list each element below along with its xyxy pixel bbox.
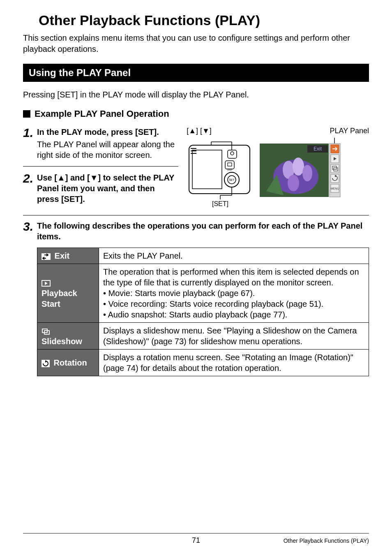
svg-rect-7 xyxy=(225,161,234,169)
playback-label-line1: Playback xyxy=(42,289,77,298)
subhead-text: Example PLAY Panel Operation xyxy=(35,109,169,119)
play-panel-table: Exit Exits the PLAY Panel. Playback Star… xyxy=(37,248,369,376)
playback-label-line2: Start xyxy=(42,299,60,308)
playback-icon xyxy=(42,280,51,287)
exit-desc: Exits the PLAY Panel. xyxy=(99,248,369,264)
rotation-desc: Displays a rotation menu screen. See "Ro… xyxy=(99,350,369,376)
step-3: 3. The following describes the operation… xyxy=(23,220,369,242)
svg-text:DISP: DISP xyxy=(227,169,232,171)
page-number: 71 xyxy=(192,536,200,545)
step-2: 2. Use [▲] and [▼] to select the PLAY Pa… xyxy=(23,172,178,204)
step-1-title: In the PLAY mode, press [SET]. xyxy=(37,127,178,137)
playback-bullet-3: • Audio snapshot: Starts audio playback … xyxy=(103,309,364,320)
step-3-number: 3. xyxy=(23,220,37,242)
slideshow-cell-label: Slideshow xyxy=(37,323,99,350)
exit-label-text: Exit xyxy=(55,251,70,260)
svg-point-24 xyxy=(302,165,312,181)
play-panel-label: PLAY Panel xyxy=(330,127,369,135)
set-button-label: [SET] xyxy=(212,200,228,207)
svg-text:SET: SET xyxy=(229,178,235,181)
slideshow-icon xyxy=(42,328,51,335)
step-1-number: 1. xyxy=(23,127,37,160)
slideshow-desc: Displays a slideshow menu. See "Playing … xyxy=(99,323,369,350)
svg-rect-0 xyxy=(189,145,250,194)
playback-desc-intro: The operation that is performed when thi… xyxy=(103,267,359,287)
intro-text: This section explains menu items that yo… xyxy=(23,32,369,55)
page-footer: 71 Other Playback Functions (PLAY) xyxy=(23,533,369,545)
arrows-label: [▲] [▼] xyxy=(187,127,212,135)
footer-rule xyxy=(23,533,369,534)
table-row: Slideshow Displays a slideshow menu. See… xyxy=(37,323,369,350)
svg-rect-5 xyxy=(228,150,237,158)
rotation-cell-label: Rotation xyxy=(37,350,99,376)
step-1-desc: The PLAY Panel will appear along the rig… xyxy=(37,139,178,160)
rotation-icon xyxy=(42,360,50,367)
svg-marker-40 xyxy=(45,282,48,285)
svg-text:MENU: MENU xyxy=(331,187,339,190)
svg-rect-38 xyxy=(42,253,51,260)
subhead-bullet-icon xyxy=(23,110,30,118)
table-row: Playback Start The operation that is per… xyxy=(37,264,369,323)
svg-rect-8 xyxy=(228,163,232,166)
slideshow-label-text: Slideshow xyxy=(42,337,82,346)
screen-preview: Exit M xyxy=(259,138,341,201)
camera-diagram: DISP SET [SET] xyxy=(187,138,252,209)
step-2-title: Use [▲] and [▼] to select the PLAY Panel… xyxy=(37,172,178,204)
rotation-label-text: Rotation xyxy=(54,358,87,367)
playback-cell-label: Playback Start xyxy=(37,264,99,323)
table-row: Rotation Displays a rotation menu screen… xyxy=(37,350,369,376)
step-2-number: 2. xyxy=(23,172,37,204)
exit-icon xyxy=(42,253,51,260)
section-intro-text: Pressing [SET] in the PLAY mode will dis… xyxy=(23,90,369,100)
exit-cell-label: Exit xyxy=(37,248,99,264)
svg-point-25 xyxy=(288,175,299,191)
table-row: Exit Exits the PLAY Panel. xyxy=(37,248,369,264)
svg-point-23 xyxy=(293,157,304,176)
section-heading: Using the PLAY Panel xyxy=(23,64,369,82)
step-divider-full xyxy=(23,215,369,215)
step-3-title: The following describes the operations y… xyxy=(37,220,369,242)
playback-bullet-1: • Movie: Starts movie playback (page 67)… xyxy=(103,288,364,299)
playback-bullet-2: • Voice recording: Starts voice recordin… xyxy=(103,299,364,309)
playback-desc: The operation that is performed when thi… xyxy=(99,264,369,323)
step-1: 1. In the PLAY mode, press [SET]. The PL… xyxy=(23,127,178,160)
svg-point-6 xyxy=(231,152,234,155)
footer-title: Other Playback Functions (PLAY) xyxy=(284,537,369,544)
page-title: Other Playback Functions (PLAY) xyxy=(39,12,369,28)
step-divider xyxy=(23,166,178,167)
screen-exit-label: Exit xyxy=(314,146,322,152)
svg-rect-1 xyxy=(192,150,222,189)
